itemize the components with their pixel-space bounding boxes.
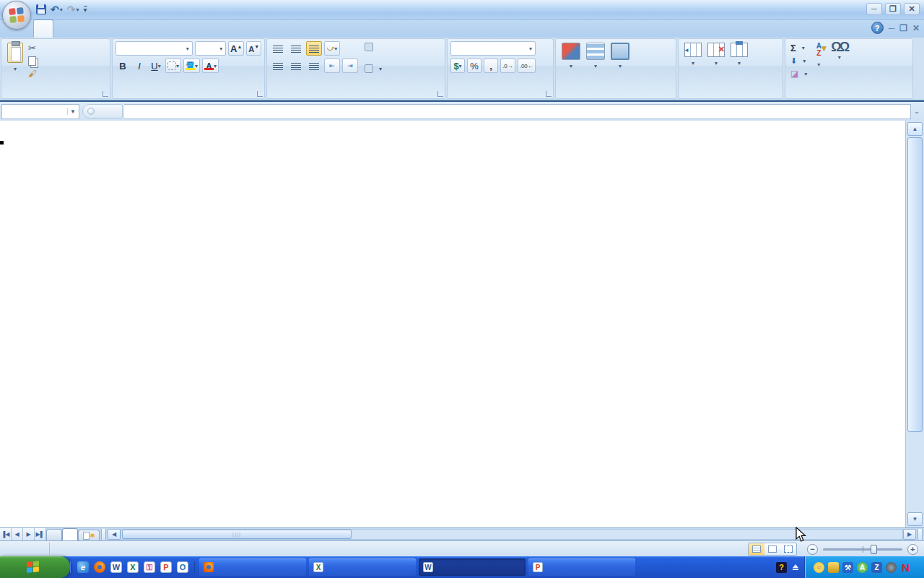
expand-formula-bar-icon[interactable]: ⌄ [911, 108, 923, 115]
comma-style-button[interactable]: , [484, 59, 498, 73]
number-format-select[interactable]: ▾ [450, 41, 536, 56]
tab-insert[interactable] [53, 20, 72, 38]
messenger-tray-icon[interactable]: ☺ [814, 562, 824, 573]
align-right-button[interactable] [306, 59, 322, 73]
task-powerpoint[interactable]: P [528, 558, 635, 576]
page-break-view-button[interactable] [780, 543, 796, 555]
vertical-scroll-thumb[interactable] [907, 137, 923, 432]
scroll-left-icon[interactable]: ◀ [108, 529, 121, 540]
font-size-select[interactable]: ▾ [195, 41, 227, 56]
align-middle-button[interactable] [288, 41, 304, 56]
cut-button[interactable]: ✂ [26, 41, 43, 55]
find-select-button[interactable]: ΩΩ ▾ [828, 41, 850, 89]
close-button[interactable]: ✕ [904, 3, 920, 15]
delete-cells-button[interactable]: ▾ [705, 41, 728, 89]
zoom-slider-thumb[interactable] [871, 545, 877, 554]
page-layout-view-button[interactable] [764, 543, 780, 555]
task-word-budgeting[interactable]: W [419, 558, 526, 576]
tab-home[interactable] [33, 20, 53, 38]
scroll-up-icon[interactable]: ▲ [907, 122, 923, 136]
tab-split-handle[interactable] [101, 529, 106, 540]
format-cells-button[interactable]: ▾ [728, 41, 751, 89]
workbook-minimize-button[interactable]: ─ [889, 23, 895, 33]
horizontal-scroll-thumb[interactable]: |||| [122, 530, 352, 539]
outlook-icon[interactable]: O [177, 561, 188, 573]
horizontal-scrollbar[interactable]: |||| [121, 529, 903, 540]
sort-filter-button[interactable]: AZ▼ ▾ [809, 41, 828, 89]
clear-button[interactable]: ◪▾ [788, 67, 809, 80]
alignment-dialog-launcher[interactable] [437, 91, 443, 97]
paste-button[interactable]: ▾ [4, 41, 26, 89]
vertical-scrollbar[interactable]: ▲ ▼ [905, 121, 924, 527]
word-icon[interactable]: W [110, 561, 122, 573]
align-center-button[interactable] [288, 59, 304, 73]
autosum-button[interactable]: Σ▾ [788, 41, 809, 55]
office-button[interactable] [2, 1, 31, 30]
accounting-format-button[interactable]: $▾ [450, 59, 465, 73]
save-button[interactable] [36, 4, 46, 14]
powerpoint-icon[interactable]: P [160, 561, 172, 573]
borders-button[interactable]: ▾ [165, 59, 181, 73]
novell-tray-icon[interactable]: N [900, 562, 911, 573]
undo-button[interactable]: ↶▾ [51, 4, 63, 15]
access-icon[interactable]: ⚿ [144, 561, 155, 573]
number-dialog-launcher[interactable] [546, 91, 552, 97]
cell-styles-button[interactable]: ▾ [608, 41, 632, 89]
italic-button[interactable]: I [132, 59, 147, 73]
percent-style-button[interactable]: % [467, 59, 481, 73]
sheet-tab-sheet1[interactable] [62, 528, 78, 540]
sheet-tab-flex-budget-key[interactable] [46, 529, 62, 540]
internet-explorer-icon[interactable]: e [77, 561, 89, 573]
formula-input[interactable] [124, 104, 911, 119]
help-tray-icon[interactable]: ? [776, 562, 787, 573]
merge-center-button[interactable]: ▾ [362, 63, 384, 74]
fill-button[interactable]: ⬇▾ [788, 55, 809, 67]
customize-qat-button[interactable]: ▾ [84, 6, 87, 13]
font-dialog-launcher[interactable] [257, 91, 263, 97]
last-sheet-button[interactable]: ▶▌ [35, 528, 46, 540]
start-button[interactable] [0, 556, 70, 578]
font-name-select[interactable]: ▾ [116, 41, 193, 56]
orientation-button[interactable]: ⤻▾ [324, 41, 340, 56]
redo-button[interactable]: ↷▾ [67, 4, 79, 15]
workbook-close-button[interactable]: ✕ [912, 23, 920, 33]
tab-data[interactable] [110, 20, 128, 38]
firefox-icon[interactable] [94, 561, 105, 573]
grow-font-button[interactable]: A▲ [228, 41, 244, 56]
format-as-table-button[interactable]: ▾ [583, 41, 608, 89]
font-color-button[interactable]: A▾ [202, 59, 219, 73]
insert-function-button[interactable] [82, 104, 123, 118]
increase-indent-button[interactable]: ⇥ [342, 59, 358, 73]
copy-button[interactable] [26, 55, 43, 67]
antivirus-tray-icon[interactable]: A [857, 562, 868, 573]
workbook-restore-button[interactable]: ❐ [899, 23, 907, 33]
minimize-button[interactable]: ─ [866, 3, 882, 15]
insert-cells-button[interactable]: ▾ [681, 41, 705, 89]
first-sheet-button[interactable]: ▐◀ [0, 528, 12, 540]
decrease-indent-button[interactable]: ⇤ [324, 59, 340, 73]
scroll-right-icon[interactable]: ▶ [903, 529, 916, 540]
volume-tray-icon[interactable] [886, 562, 897, 573]
security-tray-icon[interactable] [828, 562, 839, 573]
scrollbar-resize-handle[interactable] [918, 529, 923, 540]
tab-formulas[interactable] [91, 20, 110, 38]
zoom-out-button[interactable]: − [807, 544, 818, 555]
fill-color-button[interactable]: 🪣▾ [183, 59, 200, 73]
zoom-in-button[interactable]: + [907, 544, 918, 555]
help-button[interactable]: ? [871, 22, 884, 34]
shrink-font-button[interactable]: A▼ [246, 41, 261, 56]
bold-button[interactable]: B [116, 59, 130, 73]
clipboard-dialog-launcher[interactable] [103, 91, 108, 97]
z-app-tray-icon[interactable]: Z [871, 562, 882, 573]
conditional-formatting-button[interactable]: ▾ [559, 41, 583, 89]
decrease-decimal-button[interactable]: .00← [518, 59, 536, 73]
zoom-slider[interactable] [823, 548, 902, 551]
tab-view[interactable] [147, 20, 166, 38]
tab-page-layout[interactable] [72, 20, 91, 38]
selected-cell-outline[interactable] [0, 141, 3, 144]
align-left-button[interactable] [270, 59, 286, 73]
name-box[interactable]: ▼ [1, 104, 79, 119]
align-top-button[interactable] [270, 41, 286, 56]
task-excel[interactable]: X [309, 558, 416, 576]
format-painter-button[interactable]: 🖌 [26, 67, 43, 80]
